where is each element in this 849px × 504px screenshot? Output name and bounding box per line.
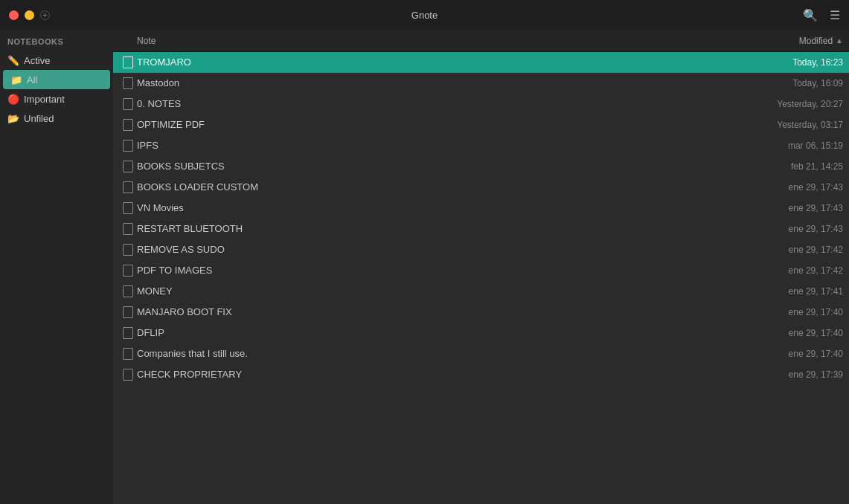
note-modified: ene 29, 17:43 — [731, 203, 843, 213]
note-row[interactable]: CHECK PROPRIETARYene 29, 17:39 — [113, 364, 849, 385]
note-modified: feb 21, 14:25 — [731, 161, 843, 172]
note-row[interactable]: TROMJAROToday, 16:23 — [113, 52, 849, 73]
note-icon-cell — [119, 369, 137, 381]
note-icon-cell — [119, 140, 137, 152]
note-row[interactable]: MANJARO BOOT FIXene 29, 17:40 — [113, 302, 849, 323]
note-modified: ene 29, 17:39 — [731, 369, 843, 380]
note-row[interactable]: RESTART BLUETOOTHene 29, 17:43 — [113, 219, 849, 239]
search-icon[interactable]: 🔍 — [803, 8, 818, 22]
sidebar-item-unfiled-label: Unfiled — [24, 113, 54, 124]
note-row[interactable]: Companies that I still use.ene 29, 17:40 — [113, 343, 849, 364]
note-title: 0. NOTES — [137, 98, 731, 109]
note-modified: ene 29, 17:40 — [731, 349, 843, 359]
note-row[interactable]: BOOKS LOADER CUSTOMene 29, 17:43 — [113, 177, 849, 198]
note-row[interactable]: VN Moviesene 29, 17:43 — [113, 198, 849, 219]
note-page-icon — [123, 306, 133, 318]
note-row[interactable]: 0. NOTESYesterday, 20:27 — [113, 94, 849, 114]
note-icon-cell — [119, 161, 137, 172]
note-modified: Yesterday, 20:27 — [731, 99, 843, 109]
note-title: BOOKS LOADER CUSTOM — [137, 181, 731, 193]
note-page-icon — [123, 77, 133, 89]
sidebar: Notebooks ✏️ Active 📁 All 🔴 Important 📂 … — [0, 30, 113, 504]
note-page-icon — [123, 140, 133, 152]
note-title: TROMJARO — [137, 56, 731, 68]
note-row[interactable]: IPFSmar 06, 15:19 — [113, 135, 849, 156]
note-icon-cell — [119, 77, 137, 89]
note-page-icon — [123, 223, 133, 235]
note-title: Companies that I still use. — [137, 348, 731, 359]
sort-arrow-icon: ▲ — [836, 36, 843, 45]
titlebar-right: 🔍 ☰ — [803, 8, 840, 22]
note-row[interactable]: BOOKS SUBJETCSfeb 21, 14:25 — [113, 156, 849, 177]
sidebar-item-important[interactable]: 🔴 Important — [0, 89, 113, 109]
note-row[interactable]: OPTIMIZE PDFYesterday, 03:17 — [113, 114, 849, 135]
note-icon-cell — [119, 181, 137, 193]
close-button[interactable] — [9, 10, 19, 20]
note-icon-cell — [119, 348, 137, 360]
note-modified: Today, 16:09 — [731, 78, 843, 88]
note-title: REMOVE AS SUDO — [137, 244, 731, 255]
sidebar-item-unfiled[interactable]: 📂 Unfiled — [0, 109, 113, 128]
note-icon-cell — [119, 285, 137, 297]
add-button[interactable]: + — [40, 10, 50, 20]
note-row[interactable]: DFLIPene 29, 17:40 — [113, 323, 849, 343]
note-title: OPTIMIZE PDF — [137, 119, 731, 130]
folder-filed-icon: 📂 — [7, 112, 19, 124]
note-title: VN Movies — [137, 202, 731, 213]
note-title: Mastodon — [137, 77, 731, 88]
note-page-icon — [123, 119, 133, 131]
note-modified: mar 06, 15:19 — [731, 140, 843, 151]
folder-teal-icon: 📁 — [10, 74, 22, 85]
notes-list: TROMJAROToday, 16:23MastodonToday, 16:09… — [113, 52, 849, 504]
sidebar-item-important-label: Important — [24, 94, 65, 105]
note-modified: Today, 16:23 — [731, 57, 843, 68]
note-page-icon — [123, 181, 133, 193]
note-modified: ene 29, 17:43 — [731, 182, 843, 193]
note-page-icon — [123, 244, 133, 256]
note-title: MANJARO BOOT FIX — [137, 306, 731, 317]
note-page-icon — [123, 98, 133, 110]
note-title: RESTART BLUETOOTH — [137, 223, 731, 234]
note-title: IPFS — [137, 140, 731, 151]
note-icon-cell — [119, 56, 137, 68]
note-icon-cell — [119, 98, 137, 110]
titlebar: + Gnote 🔍 ☰ — [0, 0, 849, 30]
note-icon-cell — [119, 306, 137, 318]
note-row[interactable]: PDF TO IMAGESene 29, 17:42 — [113, 260, 849, 281]
note-row[interactable]: MastodonToday, 16:09 — [113, 73, 849, 94]
note-page-icon — [123, 327, 133, 339]
notes-header: Note Modified ▲ — [113, 30, 849, 52]
note-title: BOOKS SUBJETCS — [137, 161, 731, 172]
note-page-icon — [123, 265, 133, 277]
note-icon-cell — [119, 327, 137, 339]
note-title: PDF TO IMAGES — [137, 265, 731, 276]
note-title: CHECK PROPRIETARY — [137, 369, 731, 380]
minimize-button[interactable] — [25, 10, 34, 20]
main-layout: Notebooks ✏️ Active 📁 All 🔴 Important 📂 … — [0, 30, 849, 504]
menu-icon[interactable]: ☰ — [830, 8, 840, 22]
pencil-icon: ✏️ — [7, 54, 19, 66]
note-page-icon — [123, 348, 133, 360]
note-page-icon — [123, 202, 133, 214]
note-row[interactable]: REMOVE AS SUDOene 29, 17:42 — [113, 239, 849, 260]
note-modified: ene 29, 17:40 — [731, 307, 843, 317]
note-modified: ene 29, 17:40 — [731, 328, 843, 338]
note-page-icon — [123, 161, 133, 172]
note-modified: ene 29, 17:41 — [731, 286, 843, 297]
sidebar-item-all[interactable]: 📁 All — [3, 70, 110, 89]
app-title: Gnote — [411, 10, 438, 21]
sidebar-item-active-label: Active — [24, 55, 50, 66]
col-modified-header: Modified ▲ — [731, 36, 843, 46]
note-modified: ene 29, 17:43 — [731, 224, 843, 234]
sidebar-item-active[interactable]: ✏️ Active — [0, 51, 113, 70]
note-icon-cell — [119, 119, 137, 131]
sidebar-item-all-label: All — [27, 74, 37, 85]
add-icon: + — [42, 10, 47, 19]
note-page-icon — [123, 56, 133, 68]
note-title: DFLIP — [137, 327, 731, 338]
dot-red-icon: 🔴 — [7, 93, 19, 105]
note-page-icon — [123, 369, 133, 381]
note-page-icon — [123, 285, 133, 297]
note-row[interactable]: MONEYene 29, 17:41 — [113, 281, 849, 302]
col-note-header: Note — [119, 36, 731, 46]
